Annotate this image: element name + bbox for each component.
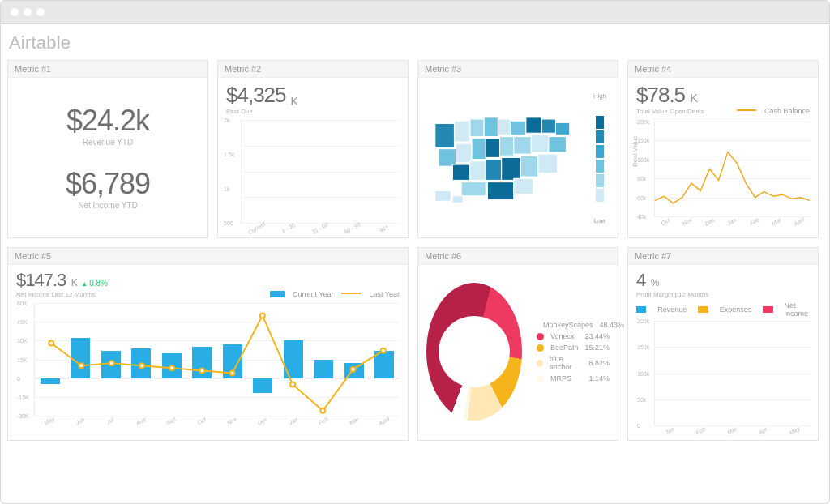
svg-point-37 xyxy=(320,408,325,413)
window-chrome xyxy=(0,0,830,24)
card-title: Metric #4 xyxy=(628,61,818,78)
app-brand: Airtable xyxy=(7,28,823,60)
card-metric7: Metric #7 4 % Profit Margin p12 Months R… xyxy=(627,247,819,441)
svg-rect-11 xyxy=(472,139,486,160)
svg-point-31 xyxy=(139,363,144,368)
traffic-light-min[interactable] xyxy=(24,8,32,16)
metric1-revenue-value: $24.2k xyxy=(66,104,149,138)
svg-point-32 xyxy=(169,365,174,370)
svg-rect-4 xyxy=(498,119,510,135)
map-color-scale: High Low xyxy=(590,86,610,231)
card-title: Metric #6 xyxy=(418,248,618,265)
metric2-sub: Past Due xyxy=(226,108,400,115)
card-title: Metric #5 xyxy=(8,248,408,265)
svg-rect-3 xyxy=(484,117,498,137)
svg-rect-17 xyxy=(452,164,470,180)
svg-point-35 xyxy=(260,313,265,318)
svg-point-29 xyxy=(79,363,83,368)
svg-rect-5 xyxy=(510,121,525,135)
svg-rect-15 xyxy=(531,135,549,152)
metric1-netincome-label: Net Income YTD xyxy=(66,201,150,210)
svg-rect-18 xyxy=(470,161,486,181)
svg-rect-7 xyxy=(541,119,555,133)
svg-rect-12 xyxy=(486,139,499,158)
svg-rect-9 xyxy=(439,149,456,167)
metric4-unit: K xyxy=(691,92,698,105)
card-metric2: Metric #2 $4,325 K Past Due 2k1.5k1k500 … xyxy=(217,60,409,238)
svg-point-39 xyxy=(381,348,386,353)
svg-rect-14 xyxy=(514,137,532,155)
metric5-delta: 0.8% xyxy=(81,279,108,288)
card-title: Metric #7 xyxy=(628,248,818,265)
metric4-sub: Total Value Open Deals xyxy=(636,108,704,115)
svg-rect-1 xyxy=(454,121,469,142)
svg-rect-20 xyxy=(502,157,521,180)
svg-rect-22 xyxy=(538,154,558,173)
metric4-value: $78.5 xyxy=(636,83,685,107)
card-metric3: Metric #3 High Low xyxy=(417,60,618,238)
svg-rect-26 xyxy=(435,190,451,201)
metric4-line-chart: 200k150k100k80k60k40k xyxy=(654,122,810,217)
svg-rect-2 xyxy=(470,119,484,137)
svg-point-36 xyxy=(290,382,295,387)
svg-point-30 xyxy=(109,361,114,365)
svg-rect-6 xyxy=(526,117,541,133)
metric5-sub: Net Income Last 12 Months xyxy=(16,291,108,298)
metric5-value: $147.3 xyxy=(16,270,66,290)
metric1-revenue-label: Revenue YTD xyxy=(66,138,149,147)
metric5-combo-chart: 60K45K30K15K0-15K-30K xyxy=(34,303,400,416)
metric7-sub: Profit Margin p12 Months xyxy=(636,291,810,298)
card-metric4: Metric #4 $78.5 K Total Value Open Deals… xyxy=(627,60,819,238)
card-title: Metric #1 xyxy=(8,61,208,78)
traffic-light-max[interactable] xyxy=(36,8,45,16)
metric7-stacked-chart: 200k150k100k50k0 xyxy=(654,321,810,426)
card-metric5: Metric #5 $147.3 K 0.8% Net Income Last … xyxy=(7,247,409,441)
svg-rect-27 xyxy=(452,196,463,203)
svg-point-33 xyxy=(199,368,204,373)
svg-rect-16 xyxy=(549,137,567,152)
metric6-legend: MonkeyScapes48.43%Vonecx23.44%BeePath15.… xyxy=(537,318,610,386)
card-title: Metric #2 xyxy=(218,61,408,78)
metric1-netincome-value: $6,789 xyxy=(66,167,150,201)
svg-rect-24 xyxy=(461,182,486,196)
traffic-light-close[interactable] xyxy=(11,8,19,16)
svg-rect-10 xyxy=(456,143,472,163)
us-map xyxy=(426,86,584,231)
svg-rect-25 xyxy=(514,178,533,194)
svg-point-38 xyxy=(351,367,356,372)
svg-point-34 xyxy=(230,371,235,376)
svg-rect-21 xyxy=(520,156,538,177)
card-title: Metric #3 xyxy=(418,61,618,78)
svg-rect-8 xyxy=(556,122,570,135)
svg-rect-13 xyxy=(500,137,514,156)
svg-rect-23 xyxy=(487,182,513,200)
metric6-donut-chart xyxy=(426,283,522,421)
svg-rect-0 xyxy=(435,123,455,147)
metric7-value: 4 xyxy=(636,270,645,290)
card-metric1: Metric #1 $24.2k Revenue YTD $6,789 Net … xyxy=(7,60,208,238)
metric2-bar-chart: 2k1.5k1k500 xyxy=(241,120,400,224)
card-metric6: Metric #6 MonkeyScapes48.43%Vonecx23.44%… xyxy=(417,247,618,441)
metric2-unit: K xyxy=(291,95,298,108)
svg-point-28 xyxy=(49,340,53,345)
svg-rect-19 xyxy=(486,160,501,181)
metric2-value: $4,325 xyxy=(226,83,286,108)
